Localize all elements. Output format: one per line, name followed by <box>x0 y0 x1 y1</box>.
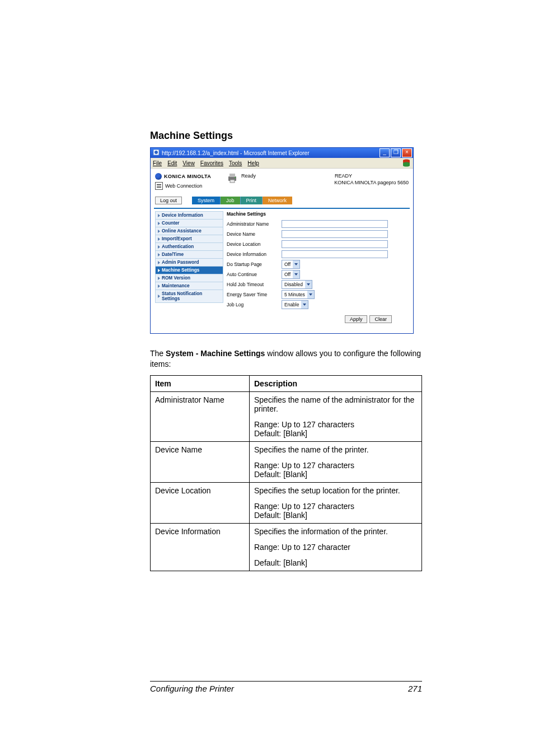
sidebar: Device Information Counter Online Assist… <box>155 211 223 323</box>
label-device-info: Device Information <box>227 251 282 257</box>
menu-edit[interactable]: Edit <box>167 160 177 166</box>
km-logo-icon <box>155 173 162 180</box>
table-row: Device Name Specifies the name of the pr… <box>151 441 422 482</box>
table-row: Administrator Name Specifies the name of… <box>151 391 422 441</box>
section-heading: Machine Settings <box>150 130 422 142</box>
tab-print[interactable]: Print <box>241 197 263 204</box>
label-job-log: Job Log <box>227 302 282 307</box>
label-energy-saver: Energy Saver Time <box>227 292 282 297</box>
label-startup-page: Do Startup Page <box>227 262 282 267</box>
label-hold-timeout: Hold Job Timeout <box>227 282 282 287</box>
menu-help[interactable]: Help <box>247 160 259 166</box>
sidebar-item-import-export[interactable]: Import/Export <box>155 235 223 243</box>
page-number: 271 <box>408 684 422 693</box>
sidebar-item-online-assistance[interactable]: Online Assistance <box>155 227 223 235</box>
sidebar-item-rom-version[interactable]: ROM Version <box>155 274 223 282</box>
table-row: Device Location Specifies the setup loca… <box>151 482 422 523</box>
tab-system[interactable]: System <box>192 197 221 204</box>
table-row: Device Information Specifies the informa… <box>151 523 422 571</box>
status-banner: READY <box>335 173 352 179</box>
pagescope-label: Web Connection <box>165 183 202 189</box>
svg-rect-5 <box>230 180 235 183</box>
minimize-button[interactable]: _ <box>380 148 390 157</box>
sidebar-item-authentication[interactable]: Authentication <box>155 243 223 251</box>
logout-button[interactable]: Log out <box>155 197 182 204</box>
table-header-item: Item <box>151 375 250 391</box>
window-title-bar: http://192.168.1.2/a_index.html - Micros… <box>151 148 413 158</box>
sidebar-item-machine-settings[interactable]: Machine Settings <box>155 267 223 274</box>
label-device-location: Device Location <box>227 241 282 247</box>
chevron-down-icon <box>305 281 312 288</box>
menu-view[interactable]: View <box>182 160 195 166</box>
tab-job[interactable]: Job <box>221 197 241 204</box>
description-table: Item Description Administrator Name Spec… <box>150 375 422 571</box>
footer-title: Configuring the Printer <box>150 684 234 693</box>
tab-network[interactable]: Network <box>263 197 292 204</box>
ready-label: Ready <box>241 173 256 179</box>
label-auto-continue: Auto Continue <box>227 272 282 277</box>
clear-button[interactable]: Clear <box>369 315 392 323</box>
menu-file[interactable]: File <box>153 160 162 166</box>
window-title: http://192.168.1.2/a_index.html - Micros… <box>162 150 380 156</box>
label-admin-name: Administrator Name <box>227 221 282 227</box>
settings-panel: Machine Settings Administrator Name Devi… <box>227 211 409 323</box>
menu-tools[interactable]: Tools <box>229 160 242 166</box>
chevron-down-icon <box>293 270 299 278</box>
svg-point-6 <box>235 177 236 178</box>
svg-rect-4 <box>229 174 235 177</box>
sidebar-item-counter[interactable]: Counter <box>155 220 223 227</box>
select-hold-timeout[interactable]: Disabled <box>282 280 312 289</box>
select-auto-continue[interactable]: Off <box>282 270 300 279</box>
browser-window: http://192.168.1.2/a_index.html - Micros… <box>150 147 414 334</box>
chevron-down-icon <box>293 260 299 268</box>
sidebar-item-device-info[interactable]: Device Information <box>155 211 223 220</box>
apply-button[interactable]: Apply <box>345 315 368 323</box>
input-device-name[interactable] <box>282 230 388 238</box>
select-energy-saver[interactable]: 5 Minutes <box>282 290 315 299</box>
ie-page-icon <box>153 149 160 157</box>
input-device-location[interactable] <box>282 240 388 248</box>
label-device-name: Device Name <box>227 231 282 237</box>
printer-icon <box>227 173 238 184</box>
tab-strip: System Job Print Network <box>192 197 292 204</box>
select-startup-page[interactable]: Off <box>282 260 300 269</box>
input-device-info[interactable] <box>282 250 388 258</box>
table-header-description: Description <box>250 375 422 391</box>
intro-text: The System - Machine Settings window all… <box>150 348 422 370</box>
menu-favorites[interactable]: Favorites <box>200 160 223 166</box>
menu-bar: File Edit View Favorites Tools Help <box>151 158 413 169</box>
chevron-down-icon <box>307 291 314 298</box>
tab-separator <box>154 208 410 209</box>
pagescope-icon <box>155 182 163 190</box>
panel-title: Machine Settings <box>227 211 409 217</box>
select-job-log[interactable]: Enable <box>282 300 308 309</box>
input-admin-name[interactable] <box>282 220 388 228</box>
sidebar-item-maintenance[interactable]: Maintenance <box>155 282 223 290</box>
brand-name: KONICA MINOLTA <box>164 174 211 179</box>
device-id: KONICA MINOLTA pagepro 5650 <box>241 180 409 185</box>
maximize-button[interactable]: ❐ <box>391 148 401 157</box>
chevron-down-icon <box>301 301 308 309</box>
svg-point-1 <box>154 151 158 154</box>
page-footer: Configuring the Printer 271 <box>150 681 422 693</box>
ie-flag-icon <box>402 158 411 167</box>
sidebar-item-date-time[interactable]: Date/Time <box>155 251 223 259</box>
sidebar-item-admin-password[interactable]: Admin Password <box>155 259 223 267</box>
sidebar-item-status-notification[interactable]: Status Notification Settings <box>155 290 223 303</box>
close-button[interactable]: × <box>402 148 412 157</box>
